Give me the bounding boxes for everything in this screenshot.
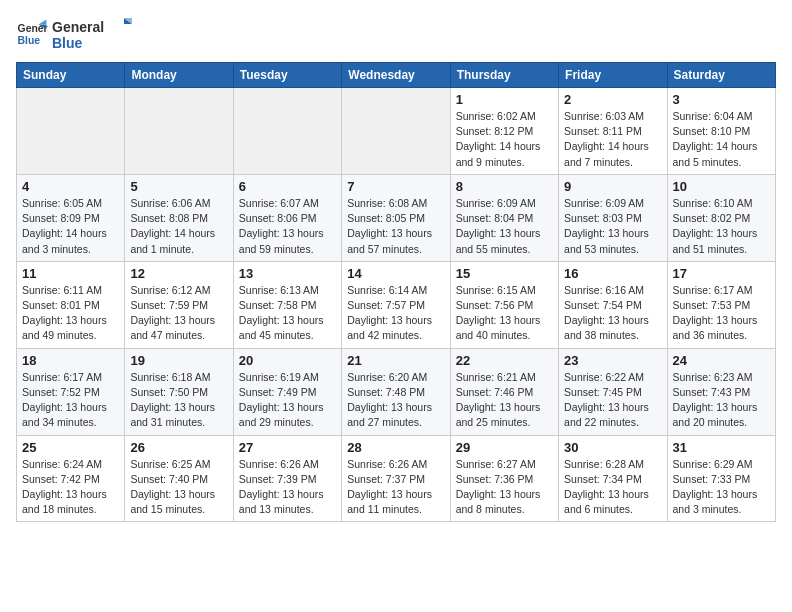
header-monday: Monday — [125, 63, 233, 88]
day-info: Sunrise: 6:03 AM Sunset: 8:11 PM Dayligh… — [564, 109, 661, 170]
calendar-cell: 2Sunrise: 6:03 AM Sunset: 8:11 PM Daylig… — [559, 88, 667, 175]
calendar-cell: 18Sunrise: 6:17 AM Sunset: 7:52 PM Dayli… — [17, 348, 125, 435]
day-info: Sunrise: 6:24 AM Sunset: 7:42 PM Dayligh… — [22, 457, 119, 518]
week-row-5: 25Sunrise: 6:24 AM Sunset: 7:42 PM Dayli… — [17, 435, 776, 522]
day-info: Sunrise: 6:02 AM Sunset: 8:12 PM Dayligh… — [456, 109, 553, 170]
day-number: 17 — [673, 266, 770, 281]
day-number: 31 — [673, 440, 770, 455]
day-info: Sunrise: 6:11 AM Sunset: 8:01 PM Dayligh… — [22, 283, 119, 344]
day-info: Sunrise: 6:08 AM Sunset: 8:05 PM Dayligh… — [347, 196, 444, 257]
week-row-2: 4Sunrise: 6:05 AM Sunset: 8:09 PM Daylig… — [17, 174, 776, 261]
day-info: Sunrise: 6:09 AM Sunset: 8:04 PM Dayligh… — [456, 196, 553, 257]
day-info: Sunrise: 6:25 AM Sunset: 7:40 PM Dayligh… — [130, 457, 227, 518]
day-number: 13 — [239, 266, 336, 281]
day-number: 9 — [564, 179, 661, 194]
calendar-cell: 25Sunrise: 6:24 AM Sunset: 7:42 PM Dayli… — [17, 435, 125, 522]
calendar-cell: 27Sunrise: 6:26 AM Sunset: 7:39 PM Dayli… — [233, 435, 341, 522]
calendar-cell: 5Sunrise: 6:06 AM Sunset: 8:08 PM Daylig… — [125, 174, 233, 261]
calendar-cell: 4Sunrise: 6:05 AM Sunset: 8:09 PM Daylig… — [17, 174, 125, 261]
header-friday: Friday — [559, 63, 667, 88]
day-number: 4 — [22, 179, 119, 194]
header-sunday: Sunday — [17, 63, 125, 88]
day-info: Sunrise: 6:26 AM Sunset: 7:39 PM Dayligh… — [239, 457, 336, 518]
day-info: Sunrise: 6:19 AM Sunset: 7:49 PM Dayligh… — [239, 370, 336, 431]
day-info: Sunrise: 6:27 AM Sunset: 7:36 PM Dayligh… — [456, 457, 553, 518]
calendar-cell: 8Sunrise: 6:09 AM Sunset: 8:04 PM Daylig… — [450, 174, 558, 261]
svg-text:Blue: Blue — [18, 35, 41, 46]
day-info: Sunrise: 6:06 AM Sunset: 8:08 PM Dayligh… — [130, 196, 227, 257]
day-info: Sunrise: 6:18 AM Sunset: 7:50 PM Dayligh… — [130, 370, 227, 431]
day-number: 19 — [130, 353, 227, 368]
calendar-cell: 6Sunrise: 6:07 AM Sunset: 8:06 PM Daylig… — [233, 174, 341, 261]
calendar-cell: 23Sunrise: 6:22 AM Sunset: 7:45 PM Dayli… — [559, 348, 667, 435]
day-info: Sunrise: 6:22 AM Sunset: 7:45 PM Dayligh… — [564, 370, 661, 431]
day-info: Sunrise: 6:17 AM Sunset: 7:53 PM Dayligh… — [673, 283, 770, 344]
day-number: 3 — [673, 92, 770, 107]
day-info: Sunrise: 6:09 AM Sunset: 8:03 PM Dayligh… — [564, 196, 661, 257]
calendar-cell: 21Sunrise: 6:20 AM Sunset: 7:48 PM Dayli… — [342, 348, 450, 435]
day-number: 2 — [564, 92, 661, 107]
day-number: 18 — [22, 353, 119, 368]
day-number: 8 — [456, 179, 553, 194]
day-number: 29 — [456, 440, 553, 455]
header-tuesday: Tuesday — [233, 63, 341, 88]
day-number: 12 — [130, 266, 227, 281]
day-number: 28 — [347, 440, 444, 455]
day-info: Sunrise: 6:04 AM Sunset: 8:10 PM Dayligh… — [673, 109, 770, 170]
day-number: 11 — [22, 266, 119, 281]
day-info: Sunrise: 6:12 AM Sunset: 7:59 PM Dayligh… — [130, 283, 227, 344]
day-info: Sunrise: 6:14 AM Sunset: 7:57 PM Dayligh… — [347, 283, 444, 344]
calendar-cell: 10Sunrise: 6:10 AM Sunset: 8:02 PM Dayli… — [667, 174, 775, 261]
day-info: Sunrise: 6:26 AM Sunset: 7:37 PM Dayligh… — [347, 457, 444, 518]
day-info: Sunrise: 6:15 AM Sunset: 7:56 PM Dayligh… — [456, 283, 553, 344]
day-info: Sunrise: 6:13 AM Sunset: 7:58 PM Dayligh… — [239, 283, 336, 344]
logo: General Blue General Blue — [16, 16, 142, 52]
calendar-cell: 13Sunrise: 6:13 AM Sunset: 7:58 PM Dayli… — [233, 261, 341, 348]
day-info: Sunrise: 6:17 AM Sunset: 7:52 PM Dayligh… — [22, 370, 119, 431]
calendar-cell: 31Sunrise: 6:29 AM Sunset: 7:33 PM Dayli… — [667, 435, 775, 522]
day-info: Sunrise: 6:20 AM Sunset: 7:48 PM Dayligh… — [347, 370, 444, 431]
calendar-cell: 7Sunrise: 6:08 AM Sunset: 8:05 PM Daylig… — [342, 174, 450, 261]
calendar-cell: 9Sunrise: 6:09 AM Sunset: 8:03 PM Daylig… — [559, 174, 667, 261]
calendar-table: SundayMondayTuesdayWednesdayThursdayFrid… — [16, 62, 776, 522]
header-thursday: Thursday — [450, 63, 558, 88]
svg-text:General: General — [52, 19, 104, 35]
week-row-4: 18Sunrise: 6:17 AM Sunset: 7:52 PM Dayli… — [17, 348, 776, 435]
day-info: Sunrise: 6:05 AM Sunset: 8:09 PM Dayligh… — [22, 196, 119, 257]
day-number: 15 — [456, 266, 553, 281]
calendar-cell: 24Sunrise: 6:23 AM Sunset: 7:43 PM Dayli… — [667, 348, 775, 435]
week-row-1: 1Sunrise: 6:02 AM Sunset: 8:12 PM Daylig… — [17, 88, 776, 175]
day-info: Sunrise: 6:16 AM Sunset: 7:54 PM Dayligh… — [564, 283, 661, 344]
svg-text:Blue: Blue — [52, 35, 83, 51]
calendar-cell: 14Sunrise: 6:14 AM Sunset: 7:57 PM Dayli… — [342, 261, 450, 348]
day-number: 26 — [130, 440, 227, 455]
day-number: 5 — [130, 179, 227, 194]
calendar-cell: 19Sunrise: 6:18 AM Sunset: 7:50 PM Dayli… — [125, 348, 233, 435]
calendar-cell: 20Sunrise: 6:19 AM Sunset: 7:49 PM Dayli… — [233, 348, 341, 435]
day-number: 23 — [564, 353, 661, 368]
calendar-cell — [17, 88, 125, 175]
day-number: 20 — [239, 353, 336, 368]
calendar-cell: 11Sunrise: 6:11 AM Sunset: 8:01 PM Dayli… — [17, 261, 125, 348]
day-info: Sunrise: 6:28 AM Sunset: 7:34 PM Dayligh… — [564, 457, 661, 518]
day-number: 21 — [347, 353, 444, 368]
calendar-cell: 15Sunrise: 6:15 AM Sunset: 7:56 PM Dayli… — [450, 261, 558, 348]
logo-icon: General Blue — [16, 18, 48, 50]
header-saturday: Saturday — [667, 63, 775, 88]
calendar-cell: 28Sunrise: 6:26 AM Sunset: 7:37 PM Dayli… — [342, 435, 450, 522]
day-number: 14 — [347, 266, 444, 281]
day-number: 16 — [564, 266, 661, 281]
calendar-cell: 12Sunrise: 6:12 AM Sunset: 7:59 PM Dayli… — [125, 261, 233, 348]
calendar-cell — [125, 88, 233, 175]
day-info: Sunrise: 6:23 AM Sunset: 7:43 PM Dayligh… — [673, 370, 770, 431]
calendar-cell — [342, 88, 450, 175]
calendar-cell: 3Sunrise: 6:04 AM Sunset: 8:10 PM Daylig… — [667, 88, 775, 175]
day-number: 6 — [239, 179, 336, 194]
calendar-cell: 16Sunrise: 6:16 AM Sunset: 7:54 PM Dayli… — [559, 261, 667, 348]
day-number: 27 — [239, 440, 336, 455]
day-number: 22 — [456, 353, 553, 368]
calendar-cell: 17Sunrise: 6:17 AM Sunset: 7:53 PM Dayli… — [667, 261, 775, 348]
calendar-cell: 30Sunrise: 6:28 AM Sunset: 7:34 PM Dayli… — [559, 435, 667, 522]
calendar-header-row: SundayMondayTuesdayWednesdayThursdayFrid… — [17, 63, 776, 88]
day-number: 7 — [347, 179, 444, 194]
